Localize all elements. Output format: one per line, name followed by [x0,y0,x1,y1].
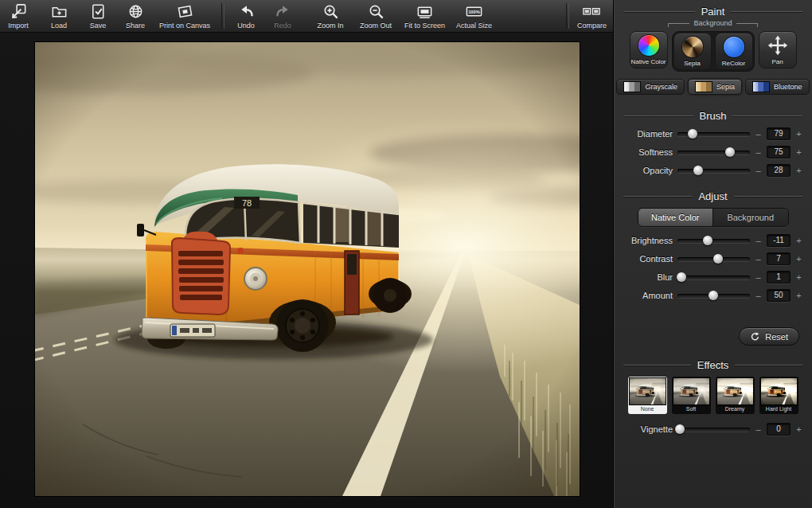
save-icon [89,2,107,21]
effect-dreamy[interactable]: Dreamy [716,377,755,414]
reset-button[interactable]: Reset [739,327,799,346]
plus-button[interactable]: + [795,254,802,264]
minus-button[interactable]: – [755,272,762,282]
slider-label: Vignette [623,424,673,434]
brightness-slider-row: Brightness – -11 + [623,234,802,247]
slider-label: Contrast [623,254,673,264]
contrast-slider-row: Contrast – 7 + [623,252,802,265]
photo-canvas[interactable]: 78 [35,42,580,496]
slider-thumb[interactable] [688,129,697,139]
plus-button[interactable]: + [795,424,802,434]
blur-slider[interactable] [677,275,750,279]
slider-label: Blur [623,272,673,282]
tone-buttons: Grayscale Sepia Bluetone [623,79,802,95]
sepia-wheel-icon [682,37,703,57]
sepia-tool-button[interactable]: Sepia [673,33,712,70]
undo-button[interactable]: Undo [232,2,260,29]
plus-button[interactable]: + [795,272,802,282]
minus-button[interactable]: – [755,291,762,300]
slider-thumb[interactable] [703,236,712,245]
minus-button[interactable]: – [755,147,762,157]
zoom-in-button[interactable]: Zoom In [317,2,344,29]
softness-value[interactable]: 75 [767,146,791,158]
effects-thumbnails: None Soft Dreamy Hard Light [623,377,802,414]
actual-size-button[interactable]: 100% Actual Size [456,2,492,29]
tone-label: Grayscale [645,83,677,91]
top-toolbar: Import Load Save Share [0,0,613,33]
undo-icon [237,2,256,21]
canvas-workspace: 78 [0,33,613,508]
toolbar-item-label: Compare [577,21,607,29]
slider-thumb[interactable] [709,291,718,300]
tool-label: Native Color [630,58,666,65]
slider-label: Opacity [623,166,673,175]
softness-slider-row: Softness – 75 + [623,146,802,158]
recolor-tool-button[interactable]: ReColor [715,33,753,70]
zoom-out-button[interactable]: Zoom Out [360,2,392,29]
softness-slider[interactable] [677,150,750,154]
diameter-slider[interactable] [677,132,750,136]
brightness-slider[interactable] [677,239,750,243]
toolbar-item-label: Share [126,21,145,29]
share-button[interactable]: Share [122,2,149,29]
contrast-value[interactable]: 7 [767,252,791,265]
tone-label: Bluetone [774,83,802,91]
effect-hard-light[interactable]: Hard Light [759,377,798,414]
bluetone-tone-button[interactable]: Bluetone [745,79,810,95]
tab-background[interactable]: Background [712,209,788,226]
plus-button[interactable]: + [795,147,802,157]
minus-button[interactable]: – [755,129,762,139]
toolbar-item-label: Import [8,21,29,29]
paint-tools: Native Color Sepia ReColor [623,31,802,72]
toolbar-item-label: Actual Size [456,21,492,29]
sepia-swatch-icon [695,81,712,92]
effect-thumbnail-preview [716,377,754,405]
side-panel: Paint Background Native Color Sepia ReCo… [613,0,812,508]
minus-button[interactable]: – [755,254,762,264]
amount-slider[interactable] [677,294,750,298]
vignette-value[interactable]: 0 [767,423,791,436]
import-button[interactable]: Import [5,2,32,29]
save-button[interactable]: Save [84,2,111,29]
brightness-value[interactable]: -11 [767,234,791,247]
grayscale-tone-button[interactable]: Grayscale [616,79,685,95]
plus-button[interactable]: + [795,236,802,245]
effect-soft[interactable]: Soft [672,377,711,414]
minus-button[interactable]: – [755,424,762,434]
diameter-value[interactable]: 79 [767,127,791,140]
actual-size-icon: 100% [465,2,483,21]
slider-thumb[interactable] [725,147,735,157]
redo-button[interactable]: Redo [269,2,296,29]
slider-thumb[interactable] [693,166,703,175]
compare-button[interactable]: Compare [577,2,607,29]
tone-label: Sepia [716,83,735,91]
import-icon [10,2,28,21]
opacity-slider[interactable] [677,169,750,173]
fit-to-screen-button[interactable]: Fit to Screen [404,2,445,29]
contrast-slider[interactable] [677,257,750,261]
opacity-slider-row: Opacity – 28 + [623,164,802,177]
plus-button[interactable]: + [795,166,802,175]
slider-thumb[interactable] [713,254,723,264]
minus-button[interactable]: – [755,166,762,175]
slider-label: Softness [623,147,673,157]
native-color-tool-button[interactable]: Native Color [630,31,668,68]
plus-button[interactable]: + [795,291,802,300]
tab-native-color[interactable]: Native Color [638,209,713,226]
blur-value[interactable]: 1 [767,271,791,283]
effects-title: Effects [697,359,729,371]
toolbar-item-label: Print on Canvas [159,21,210,29]
pan-tool-button[interactable]: Pan [759,31,797,68]
tool-label: Pan [771,58,783,65]
load-button[interactable]: Load [45,2,72,29]
opacity-value[interactable]: 28 [767,164,791,177]
slider-thumb[interactable] [677,272,686,282]
sepia-tone-button[interactable]: Sepia [688,79,742,95]
plus-button[interactable]: + [795,129,802,139]
amount-value[interactable]: 50 [767,289,791,302]
vignette-slider[interactable] [677,428,750,432]
slider-thumb[interactable] [675,424,685,434]
minus-button[interactable]: – [755,236,762,245]
effect-none[interactable]: None [628,377,667,414]
print-on-canvas-button[interactable]: Print on Canvas [159,2,210,29]
